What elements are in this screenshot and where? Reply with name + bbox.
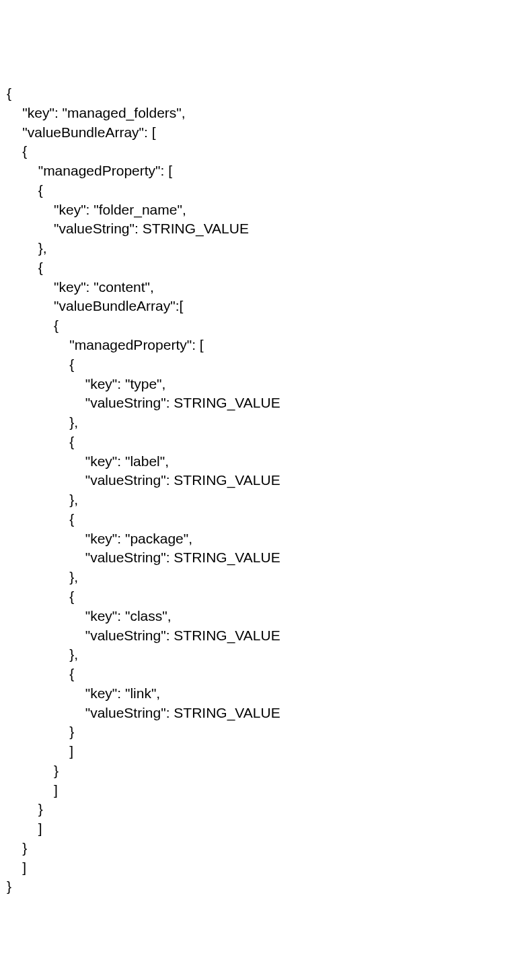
code-line: } bbox=[7, 878, 11, 894]
code-line: }, bbox=[7, 492, 78, 507]
code-line: "valueString": STRING_VALUE bbox=[7, 705, 280, 720]
code-line: "valueString": STRING_VALUE bbox=[7, 628, 280, 643]
code-line: }, bbox=[7, 646, 78, 662]
code-line: "valueBundleArray":[ bbox=[7, 298, 183, 313]
code-line: }, bbox=[7, 240, 47, 256]
code-line: ] bbox=[7, 743, 73, 759]
code-line: } bbox=[7, 724, 74, 739]
code-line: "key": "type", bbox=[7, 376, 165, 391]
code-line: { bbox=[7, 666, 74, 681]
code-line: "key": "managed_folders", bbox=[7, 105, 186, 120]
code-line: "key": "link", bbox=[7, 685, 160, 701]
code-line: }, bbox=[7, 414, 78, 430]
code-line: }, bbox=[7, 569, 78, 585]
code-line: ] bbox=[7, 821, 42, 836]
json-code-block: { "key": "managed_folders", "valueBundle… bbox=[7, 84, 523, 897]
code-line: { bbox=[7, 143, 27, 159]
code-line: { bbox=[7, 85, 11, 101]
code-line: "valueString": STRING_VALUE bbox=[7, 395, 280, 410]
code-line: "managedProperty": [ bbox=[7, 337, 204, 352]
code-line: ] bbox=[7, 782, 58, 798]
code-line: ] bbox=[7, 860, 26, 875]
code-line: } bbox=[7, 763, 59, 778]
code-line: "valueString": STRING_VALUE bbox=[7, 550, 280, 565]
code-line: { bbox=[7, 356, 74, 372]
code-line: "valueBundleArray": [ bbox=[7, 124, 156, 140]
code-line: "managedProperty": [ bbox=[7, 163, 172, 178]
code-line: "key": "content", bbox=[7, 279, 154, 295]
code-line: { bbox=[7, 589, 74, 604]
code-line: "valueString": STRING_VALUE bbox=[7, 472, 280, 488]
code-line: { bbox=[7, 182, 43, 198]
code-line: { bbox=[7, 434, 74, 449]
code-line: "key": "folder_name", bbox=[7, 202, 186, 217]
code-line: { bbox=[7, 260, 43, 275]
code-line: { bbox=[7, 317, 59, 333]
code-line: } bbox=[7, 801, 43, 817]
code-line: { bbox=[7, 511, 74, 527]
code-line: "key": "label", bbox=[7, 453, 169, 469]
code-line: } bbox=[7, 840, 27, 856]
code-line: "valueString": STRING_VALUE bbox=[7, 221, 249, 236]
code-line: "key": "package", bbox=[7, 531, 192, 546]
code-line: "key": "class", bbox=[7, 608, 172, 624]
